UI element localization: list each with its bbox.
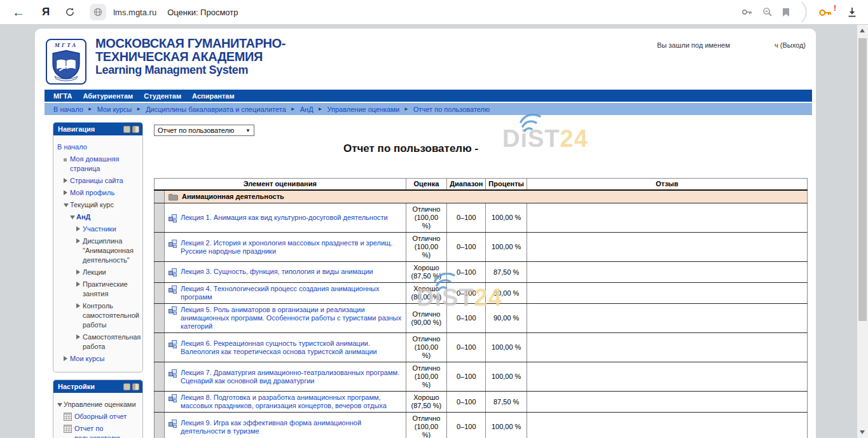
page-title: Отчет по пользователю - [154, 142, 808, 155]
password-key-icon[interactable] [741, 7, 753, 17]
expanded-toggle-icon[interactable] [57, 402, 64, 407]
navigation-item-label[interactable]: Мой профиль [70, 188, 114, 198]
percent-cell: 87,50 % [486, 262, 527, 283]
collapsed-toggle-icon[interactable] [64, 178, 70, 183]
grade-word: Отлично [410, 205, 443, 214]
grade-item-link[interactable]: Лекция 6. Рекреационная сущность туристс… [181, 339, 402, 356]
collapsed-toggle-icon[interactable] [76, 270, 83, 275]
feedback-cell [527, 233, 808, 262]
square-toggle-icon[interactable] [64, 156, 70, 161]
navigation-item[interactable]: Мои курсы [57, 354, 140, 364]
collapsed-toggle-icon[interactable] [64, 356, 70, 361]
breadcrumb-separator-icon: ► [291, 106, 296, 112]
collapsed-toggle-icon[interactable] [76, 238, 83, 243]
feedback-cell [527, 203, 808, 233]
navigation-item[interactable]: Мой профиль [57, 188, 140, 198]
yandex-browser-icon[interactable]: Я [42, 6, 50, 18]
range-cell: 0–100 [447, 283, 486, 304]
breadcrumb-link[interactable]: АнД [300, 106, 313, 113]
navigation-item-label: Контроль самостоятельной работы [83, 301, 140, 330]
logout-link[interactable]: ч (Выход) [775, 41, 806, 49]
breadcrumb-link[interactable]: Управление оценками [327, 106, 400, 113]
column-header: Проценты [486, 179, 527, 191]
menu-item-студентам[interactable]: Студентам [144, 92, 181, 100]
expanded-toggle-icon[interactable] [70, 214, 76, 219]
collapsed-toggle-icon[interactable] [76, 303, 83, 308]
feedback-cell [527, 392, 808, 413]
grade-item-link[interactable]: Лекция 1. Анимация как вид культурно-дос… [181, 214, 388, 222]
navigation-item-label[interactable]: Моя домашняя страница [70, 154, 140, 174]
navigation-item[interactable]: Контроль самостоятельной работы [57, 301, 140, 330]
grade-cell: Отлично(100,00 %) [406, 203, 447, 233]
navigation-item[interactable]: Самостоятельная работа [57, 332, 140, 352]
scroll-down-icon[interactable] [860, 430, 865, 434]
breadcrumb-link[interactable]: В начало [53, 106, 83, 113]
navigation-item-label: Практические занятия [83, 280, 140, 299]
grade-item-link[interactable]: Лекция 8. Подготовка и разработка анимац… [181, 394, 402, 410]
report-main: Отчет по пользователю ▼ Отчет по пользов… [154, 122, 808, 438]
grade-item-link[interactable]: Лекция 3. Сущность, функция, типология и… [181, 268, 373, 276]
range-cell: 0–100 [447, 413, 486, 438]
grade-item-link[interactable]: Лекция 7. Драматургия анимационно-театра… [181, 369, 402, 385]
navigation-item[interactable]: Практические занятия [57, 280, 140, 299]
grade-item-link[interactable]: Лекция 2. История и хронология массовых … [181, 239, 402, 256]
navigation-item-label[interactable]: АнД [76, 212, 90, 222]
table-row: Лекция 9. Игра как эффективная форма ани… [155, 413, 808, 438]
scrollbar-thumb[interactable] [858, 38, 867, 321]
navigation-item[interactable]: АнД [57, 212, 140, 222]
block-dock-icon[interactable] [132, 383, 139, 390]
navigation-item[interactable]: В начало [57, 142, 140, 152]
navigation-item-label[interactable]: Страницы сайта [70, 176, 123, 186]
grade-item-link[interactable]: Лекция 4. Технологический процесс создан… [181, 285, 402, 301]
percent-cell: 100,00 % [486, 333, 527, 362]
expanded-toggle-icon[interactable] [64, 202, 70, 207]
settings-item-label[interactable]: Отчет по пользователю [74, 424, 140, 438]
block-dock-icon[interactable] [132, 126, 139, 133]
settings-item[interactable]: Управление оценками [57, 400, 140, 409]
mgta-crest-icon [49, 48, 83, 83]
collapsed-toggle-icon[interactable] [76, 334, 83, 339]
breadcrumb-link[interactable]: Отчет по пользователю [413, 106, 490, 113]
report-type-select[interactable]: Отчет по пользователю ▼ [154, 125, 254, 136]
bookmark-icon[interactable] [782, 8, 790, 17]
address-bar-domain[interactable]: lms.mgta.ru [113, 8, 156, 17]
navigation-item[interactable]: Моя домашняя страница [57, 154, 140, 174]
settings-item[interactable]: Отчет по пользователю [57, 424, 140, 438]
menu-item-аспирантам[interactable]: Аспирантам [192, 92, 234, 100]
grade-item-link[interactable]: Лекция 9. Игра как эффективная форма ани… [181, 419, 402, 435]
collapsed-toggle-icon[interactable] [64, 190, 70, 195]
navigation-item[interactable]: Страницы сайта [57, 176, 140, 186]
navigation-item-label[interactable]: Мои курсы [70, 354, 104, 364]
page-zoom-icon[interactable] [762, 7, 773, 17]
block-minimize-icon[interactable] [123, 383, 130, 390]
collapsed-toggle-icon[interactable] [76, 226, 83, 231]
navigation-item[interactable]: Лекции [57, 268, 140, 277]
navigation-item[interactable]: Текущий курс [57, 200, 140, 210]
navigation-item[interactable]: Дисциплина "Анимационная деятельность" [57, 236, 140, 265]
navigation-item-label[interactable]: Участники [83, 224, 116, 234]
scroll-up-icon[interactable] [860, 29, 865, 32]
menu-item-мгта[interactable]: МГТА [53, 92, 72, 100]
grade-word: Отлично [410, 414, 443, 423]
window-scrollbar[interactable] [857, 25, 868, 438]
breadcrumb-link[interactable]: Дисциплины бакалавриата и специалитета [146, 106, 286, 113]
download-icon[interactable] [846, 6, 858, 18]
settings-item[interactable]: Обзорный отчет [57, 412, 140, 421]
settings-item-label[interactable]: Обзорный отчет [74, 412, 127, 421]
breadcrumb-link[interactable]: Мои курсы [97, 106, 132, 113]
grade-detail: (87,50 %) [410, 272, 443, 280]
password-alert-key-icon[interactable]: ! [818, 6, 832, 18]
refresh-icon[interactable] [65, 7, 75, 17]
menu-item-абитуриентам[interactable]: Абитуриентам [83, 92, 133, 100]
folder-icon [169, 193, 178, 201]
grade-word: Отлично [410, 235, 443, 243]
navigation-item-label[interactable]: В начало [57, 142, 87, 152]
column-header: Элемент оценивания [155, 179, 406, 191]
block-minimize-icon[interactable] [123, 126, 130, 133]
navigation-item[interactable]: Участники [57, 224, 140, 234]
login-prefix: Вы зашли под именем [657, 41, 730, 49]
collapsed-toggle-icon[interactable] [76, 282, 83, 287]
grade-item-link[interactable]: Лекция 5. Роль аниматоров в организации … [181, 306, 402, 331]
back-icon[interactable]: ← [12, 6, 25, 18]
item-name-cell: Лекция 9. Игра как эффективная форма ани… [165, 413, 406, 438]
